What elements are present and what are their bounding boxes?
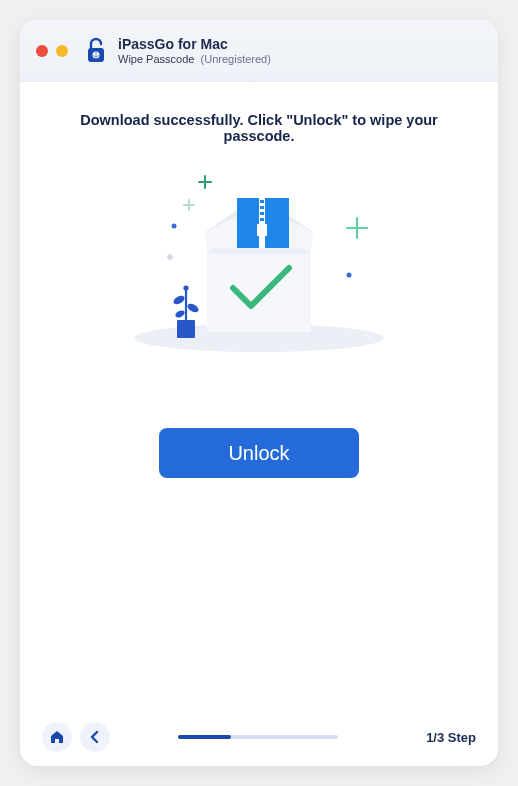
svg-rect-20 xyxy=(260,206,264,209)
home-button[interactable] xyxy=(42,722,72,752)
svg-marker-25 xyxy=(207,248,311,254)
app-title: iPassGo for Mac xyxy=(118,36,271,52)
svg-rect-26 xyxy=(177,320,195,338)
status-message: Download successfully. Click "Unlock" to… xyxy=(44,112,474,144)
svg-rect-24 xyxy=(207,254,311,332)
svg-rect-22 xyxy=(260,218,264,221)
svg-point-12 xyxy=(347,273,352,278)
app-subtitle: Wipe Passcode (Unregistered) xyxy=(118,53,271,65)
nav-buttons xyxy=(42,722,110,752)
progress-fill xyxy=(178,735,231,739)
back-button[interactable] xyxy=(80,722,110,752)
footer: 1/3 Step xyxy=(20,708,498,766)
svg-point-29 xyxy=(186,302,200,314)
main-content: Download successfully. Click "Unlock" to… xyxy=(20,82,498,708)
svg-point-10 xyxy=(167,254,173,260)
svg-rect-23 xyxy=(257,224,267,236)
subtitle-mode: Wipe Passcode xyxy=(118,53,194,65)
svg-point-30 xyxy=(174,309,186,319)
svg-point-2 xyxy=(96,54,97,55)
title-block: iPassGo for Mac Wipe Passcode (Unregiste… xyxy=(118,36,271,65)
app-window: iPassGo for Mac Wipe Passcode (Unregiste… xyxy=(20,20,498,766)
progress-bar xyxy=(110,735,406,739)
svg-point-28 xyxy=(172,294,186,306)
svg-point-11 xyxy=(172,224,177,229)
success-illustration xyxy=(99,170,419,370)
minimize-window-icon[interactable] xyxy=(56,45,68,57)
close-window-icon[interactable] xyxy=(36,45,48,57)
step-label: 1/3 Step xyxy=(406,730,476,745)
home-icon xyxy=(49,729,65,745)
window-controls xyxy=(36,45,68,57)
unlock-button[interactable]: Unlock xyxy=(159,428,359,478)
lock-icon xyxy=(82,37,110,65)
svg-rect-19 xyxy=(260,200,264,203)
chevron-left-icon xyxy=(88,730,102,744)
svg-point-31 xyxy=(183,285,188,290)
titlebar: iPassGo for Mac Wipe Passcode (Unregiste… xyxy=(20,20,498,82)
svg-rect-21 xyxy=(260,212,264,215)
subtitle-registration: (Unregistered) xyxy=(201,53,271,65)
